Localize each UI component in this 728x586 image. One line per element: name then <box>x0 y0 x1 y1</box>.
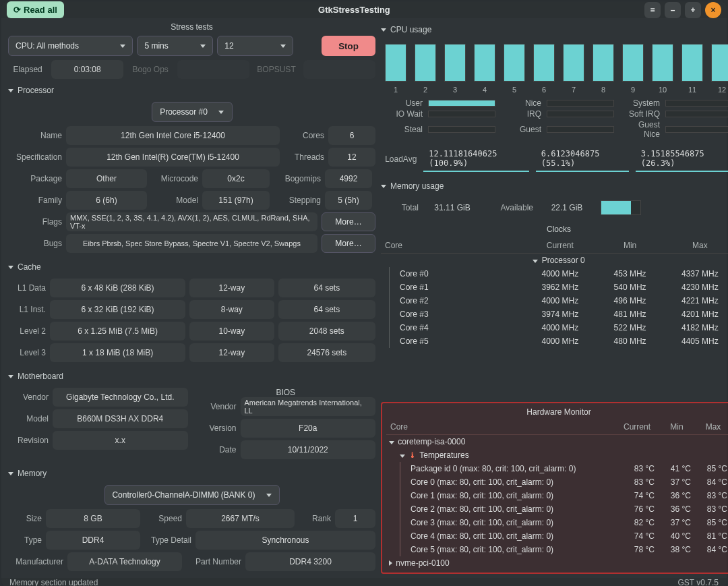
hamburger-icon[interactable]: ≡ <box>644 2 661 18</box>
stress-duration-select[interactable]: 5 mins <box>137 36 213 56</box>
mem-rank: 1 <box>335 509 375 528</box>
chevron-down-icon <box>120 45 125 48</box>
proc-package: Other <box>66 169 147 188</box>
cpu-core-bar <box>385 44 406 82</box>
bopsust-label: BOPSUST <box>253 60 299 79</box>
mem-size: 8 GB <box>46 509 140 528</box>
cpu-core-bar <box>444 44 466 82</box>
mem-type-detail: Synchronous <box>195 531 375 550</box>
hwmon-panel: Hardware Monitor Core Current Min Max co… <box>381 402 728 574</box>
proc-bogomips: 4992 <box>325 169 372 188</box>
bogo-ops-value <box>177 60 249 79</box>
hw-temps[interactable]: 🌡Temperatures <box>386 448 728 462</box>
stress-header: Stress tests <box>8 22 375 32</box>
proc-family: 6 (6h) <box>66 191 147 210</box>
stop-button[interactable]: Stop <box>322 36 375 56</box>
cpu-core-bar <box>504 44 525 82</box>
hw-row: Core 1 (max: 80, crit: 100, crit_alarm: … <box>386 489 728 502</box>
proc-microcode: 0x2c <box>202 169 270 188</box>
loadavg-15: 3.15185546875 (26.3%) <box>636 146 728 172</box>
guest-bar <box>547 126 614 133</box>
bios-date: 10/11/2022 <box>241 440 376 459</box>
chevron-down-icon <box>280 45 286 48</box>
refresh-icon: ⟳ <box>13 5 21 15</box>
mem-total: 31.11 GiB <box>425 203 479 212</box>
cpu-core-bar <box>563 44 584 82</box>
iowait-bar <box>428 111 495 117</box>
mem-manufacturer: A-DATA Technology <box>67 552 182 571</box>
elapsed-label: Elapsed <box>8 60 47 79</box>
bopsust-value <box>303 60 375 79</box>
cache-header[interactable]: Cache <box>8 260 375 274</box>
proc-bugs: Eibrs Pbrsb, Spec Store Bypass, Spectre … <box>66 234 317 253</box>
mobo-model: B660M DS3H AX DDR4 <box>53 409 188 428</box>
proc-cores: 6 <box>328 126 375 145</box>
hw-row: Core 4 (max: 80, crit: 100, crit_alarm: … <box>386 529 728 543</box>
bugs-more-button[interactable]: More… <box>322 234 375 253</box>
proc-spec: 12th Gen Intel(R) Core(TM) i5-12400 <box>66 148 280 167</box>
bios-vendor: American Megatrends International, LL <box>241 397 376 416</box>
hw-row: Core 5 (max: 80, crit: 100, crit_alarm: … <box>386 543 728 556</box>
clock-row: Core #04000 MHz453 MHz4337 MHz <box>381 267 728 281</box>
mem-speed: 2667 MT/s <box>186 509 295 528</box>
memory-slot-select[interactable]: Controller0-ChannelA-DIMM0 (BANK 0) <box>104 485 280 505</box>
cpu-usage-bars <box>381 41 728 82</box>
processor-select[interactable]: Processor #0 <box>152 102 233 122</box>
bogo-ops-label: Bogo Ops <box>127 60 173 79</box>
softirq-bar <box>665 111 728 117</box>
cache-row: Level 2 6 x 1.25 MiB (7.5 MiB) 10-way 20… <box>8 322 375 341</box>
hw-group[interactable]: nvme-pci-0100 <box>386 556 728 570</box>
cpu-usage-header[interactable]: CPU usage <box>381 22 728 37</box>
status-version: GST v0.7.5 <box>678 578 719 586</box>
stress-method-select[interactable]: CPU: All methods <box>8 36 133 56</box>
chevron-down-icon <box>200 45 206 48</box>
read-all-button[interactable]: ⟳ Read all <box>7 1 64 18</box>
loadavg-1: 12.11181640625 (100.9%) <box>423 146 528 172</box>
proc-model: 151 (97h) <box>202 191 270 210</box>
irq-bar <box>547 111 614 117</box>
mem-part-number: DDR4 3200 <box>245 552 375 571</box>
system-bar <box>665 100 728 107</box>
cpu-core-bar <box>593 44 614 82</box>
cpu-core-bar <box>681 44 703 82</box>
flags-more-button[interactable]: More… <box>322 212 375 231</box>
proc-stepping: 5 (5h) <box>325 191 372 210</box>
hwmon-table: Core Current Min Max coretemp-isa-0000 🌡… <box>386 419 728 570</box>
hw-row: Package id 0 (max: 80, crit: 100, crit_a… <box>386 462 728 475</box>
chevron-down-icon <box>218 111 224 114</box>
steal-bar <box>428 126 495 133</box>
mem-avail: 22.1 GiB <box>540 203 594 212</box>
processor-header[interactable]: Processor <box>8 83 375 98</box>
close-button[interactable]: × <box>705 2 721 18</box>
clock-row: Core #44000 MHz522 MHz4182 MHz <box>381 321 728 334</box>
proc-threads: 12 <box>328 148 375 167</box>
hw-row: Core 2 (max: 80, crit: 100, crit_alarm: … <box>386 502 728 516</box>
thermometer-icon: 🌡 <box>408 450 417 460</box>
mem-usage-bar <box>601 200 641 215</box>
cache-row: L1 Data 6 x 48 KiB (288 KiB) 12-way 64 s… <box>8 279 375 297</box>
user-bar <box>428 100 495 107</box>
cpu-core-bar <box>533 44 555 82</box>
maximize-button[interactable]: + <box>685 2 701 18</box>
titlebar: ⟳ Read all GtkStressTesting ≡ – + × <box>1 1 727 18</box>
clock-row: Core #54000 MHz480 MHz4405 MHz <box>381 334 728 348</box>
mobo-vendor: Gigabyte Technology Co., Ltd. <box>53 388 188 407</box>
memory-header[interactable]: Memory <box>8 466 375 481</box>
read-all-label: Read all <box>24 5 57 15</box>
elapsed-value: 0:03:08 <box>51 60 123 79</box>
clock-row: Core #24000 MHz496 MHz4221 MHz <box>381 294 728 307</box>
minimize-button[interactable]: – <box>665 2 681 18</box>
proc-name: 12th Gen Intel Core i5-12400 <box>66 126 280 145</box>
status-message: Memory section updated <box>9 578 98 586</box>
cache-row: Level 3 1 x 18 MiB (18 MiB) 12-way 24576… <box>8 343 375 362</box>
clocks-group[interactable]: Processor 0 <box>381 254 728 268</box>
mem-type: DDR4 <box>46 531 140 550</box>
mem-usage-header[interactable]: Memory usage <box>381 179 728 194</box>
mobo-header[interactable]: Motherboard <box>8 369 375 384</box>
stress-threads-select[interactable]: 12 <box>217 36 293 56</box>
cpu-core-bar <box>415 44 436 82</box>
clocks-table: Core CurrentMinMax Processor 0Core #0400… <box>381 238 728 348</box>
bios-header: BIOS <box>196 388 376 397</box>
hw-row: Core 3 (max: 80, crit: 100, crit_alarm: … <box>386 516 728 529</box>
hw-group[interactable]: coretemp-isa-0000 <box>386 435 728 449</box>
